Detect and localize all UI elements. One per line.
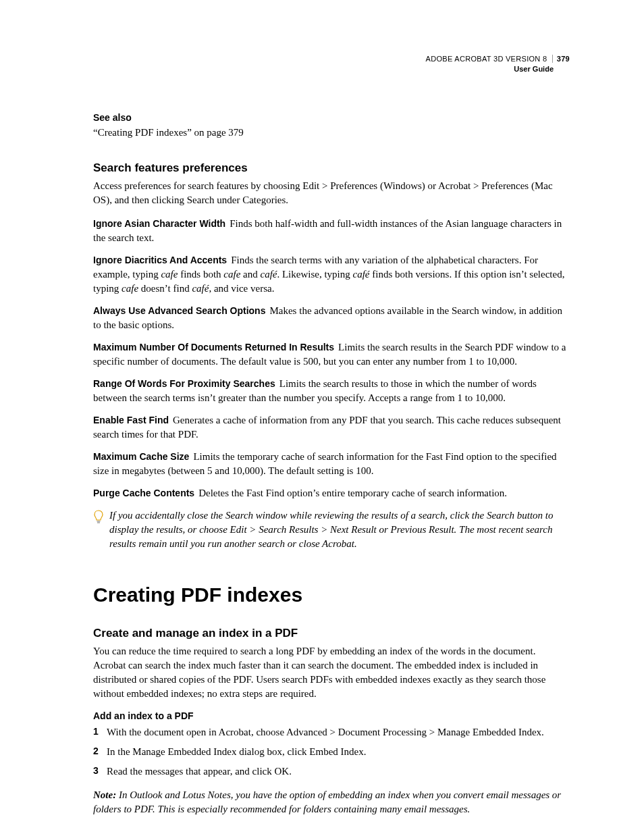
- see-also-heading: See also: [93, 112, 570, 123]
- pref-term: Maximum Number Of Documents Returned In …: [93, 342, 338, 353]
- lightbulb-icon: [93, 510, 104, 527]
- pref-term: Maximum Cache Size: [93, 451, 193, 462]
- step-item: With the document open in Acrobat, choos…: [93, 725, 570, 739]
- pref-desc-part: finds both: [178, 269, 223, 280]
- running-header: ADOBE ACROBAT 3D VERSION 8 379 User Guid…: [93, 54, 570, 74]
- chapter-heading: Creating PDF indexes: [93, 583, 570, 606]
- pref-item-3: Maximum Number Of Documents Returned In …: [93, 340, 570, 369]
- pref-term: Always Use Advanced Search Options: [93, 305, 269, 316]
- pref-item-4: Range Of Words For Proximity SearchesLim…: [93, 377, 570, 405]
- pref-item-6: Maximum Cache SizeLimits the temporary c…: [93, 450, 570, 478]
- pref-desc-part: café: [260, 269, 277, 280]
- note-block: Note: In Outlook and Lotus Notes, you ha…: [93, 788, 570, 816]
- pref-desc-part: café: [353, 269, 370, 280]
- pref-desc-part: café: [192, 283, 209, 294]
- note-text: In Outlook and Lotus Notes, you have the…: [93, 789, 561, 814]
- pref-desc-part: cafe: [223, 269, 240, 280]
- tip-text: If you accidentally close the Search win…: [109, 509, 570, 551]
- pref-desc-part: cafe: [122, 283, 138, 294]
- step-item: Read the messages that appear, and click…: [93, 764, 570, 779]
- pref-desc: Deletes the Fast Find option’s entire te…: [198, 488, 507, 498]
- pref-term: Range Of Words For Proximity Searches: [93, 378, 279, 389]
- pref-desc-part: and: [240, 269, 260, 280]
- see-also-link[interactable]: “Creating PDF indexes” on page 379: [93, 127, 570, 138]
- pref-item-1: Ignore Diacritics And AccentsFinds the s…: [93, 253, 570, 296]
- pref-item-0: Ignore Asian Character WidthFinds both h…: [93, 217, 570, 245]
- section-heading: Create and manage an index in a PDF: [93, 627, 570, 640]
- page-number: 379: [552, 55, 570, 63]
- note-label: Note:: [93, 789, 116, 800]
- pref-desc-part: cafe: [161, 269, 178, 280]
- step-item: In the Manage Embedded Index dialog box,…: [93, 745, 570, 759]
- prefs-intro: Access preferences for search features b…: [93, 179, 570, 207]
- pref-desc-part: . Likewise, typing: [277, 269, 352, 280]
- pref-term: Purge Cache Contents: [93, 488, 198, 498]
- page-content: ADOBE ACROBAT 3D VERSION 8 379 User Guid…: [0, 0, 644, 834]
- tip-block: If you accidentally close the Search win…: [93, 509, 570, 551]
- pref-item-5: Enable Fast FindGenerates a cache of inf…: [93, 413, 570, 442]
- guide-label: User Guide: [93, 64, 570, 74]
- pref-item-2: Always Use Advanced Search OptionsMakes …: [93, 304, 570, 332]
- pref-desc-part: , and vice versa.: [209, 283, 274, 294]
- product-name: ADOBE ACROBAT 3D VERSION 8: [426, 55, 547, 63]
- pref-desc-part: doesn’t find: [138, 283, 192, 294]
- prefs-heading: Search features preferences: [93, 161, 570, 175]
- pref-term: Ignore Diacritics And Accents: [93, 255, 231, 265]
- task-heading: Add an index to a PDF: [93, 710, 570, 721]
- pref-term: Ignore Asian Character Width: [93, 218, 230, 229]
- pref-item-7: Purge Cache ContentsDeletes the Fast Fin…: [93, 486, 570, 500]
- section-body: You can reduce the time required to sear…: [93, 644, 570, 701]
- pref-term: Enable Fast Find: [93, 415, 173, 425]
- steps-list: With the document open in Acrobat, choos…: [93, 725, 570, 779]
